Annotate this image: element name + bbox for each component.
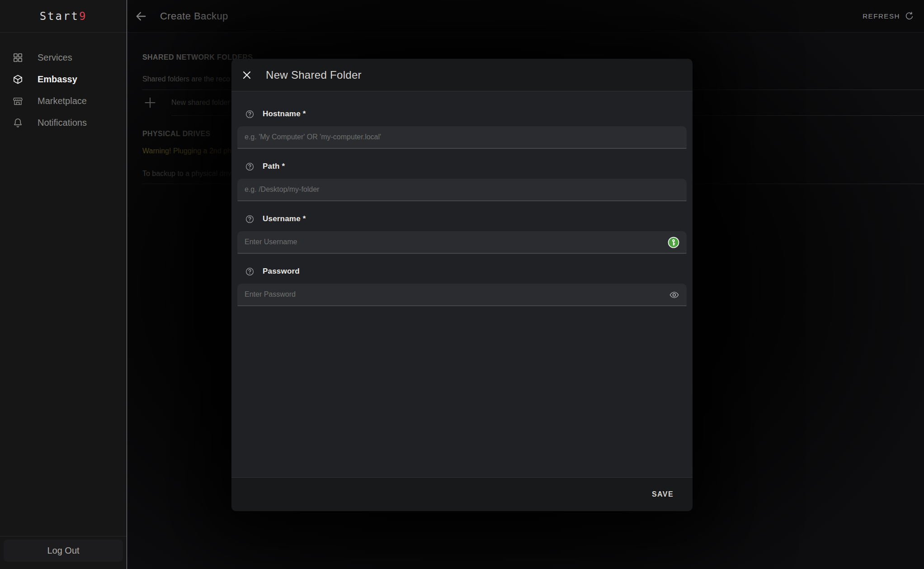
modal-title: New Shared Folder — [266, 69, 362, 81]
sidebar-item-label: Services — [38, 52, 72, 63]
password-manager-key-icon[interactable] — [668, 237, 679, 248]
brand-prefix: Start — [40, 10, 79, 23]
sidebar: Start9 Services Embassy Marketplace — [0, 0, 127, 569]
username-label: Username * — [263, 214, 306, 223]
sidebar-item-label: Marketplace — [38, 96, 87, 106]
storefront-icon — [13, 96, 23, 106]
hostname-field-group: Hostname * — [237, 108, 687, 149]
grid-icon — [13, 52, 23, 63]
logout-label: Log Out — [47, 545, 79, 556]
hostname-input[interactable] — [237, 126, 687, 149]
path-field-group: Path * — [237, 161, 687, 201]
path-input[interactable] — [237, 179, 687, 201]
sidebar-item-label: Notifications — [38, 118, 87, 128]
app-root: Start9 Services Embassy Marketplace — [0, 0, 924, 569]
close-icon — [241, 70, 252, 81]
help-icon[interactable] — [245, 267, 255, 276]
modal-header: New Shared Folder — [231, 59, 693, 91]
brand-logo: Start9 — [0, 0, 127, 33]
help-icon[interactable] — [245, 109, 255, 119]
hostname-label: Hostname * — [263, 109, 306, 119]
sidebar-nav: Services Embassy Marketplace Notificatio… — [0, 33, 127, 536]
sidebar-item-services[interactable]: Services — [0, 47, 127, 68]
sidebar-item-marketplace[interactable]: Marketplace — [0, 90, 127, 112]
username-field-group: Username * — [237, 213, 687, 254]
username-input[interactable] — [237, 231, 687, 254]
password-input[interactable] — [237, 284, 687, 306]
sidebar-item-notifications[interactable]: Notifications — [0, 112, 127, 133]
close-button[interactable] — [241, 70, 252, 81]
cube-icon — [13, 74, 23, 85]
bell-icon — [13, 118, 23, 128]
path-label: Path * — [263, 162, 285, 171]
new-shared-folder-modal: New Shared Folder Hostname * — [231, 59, 693, 511]
modal-footer: SAVE — [231, 477, 693, 511]
password-field-group: Password — [237, 266, 687, 306]
save-button[interactable]: SAVE — [646, 486, 680, 503]
help-icon[interactable] — [245, 162, 255, 171]
brand-suffix: 9 — [79, 10, 87, 23]
show-password-eye-icon[interactable] — [669, 290, 679, 300]
password-label: Password — [263, 267, 300, 276]
help-icon[interactable] — [245, 214, 255, 224]
modal-body: Hostname * Path * — [231, 91, 693, 477]
logout-button[interactable]: Log Out — [4, 540, 123, 562]
sidebar-footer: Log Out — [0, 536, 127, 569]
sidebar-item-label: Embassy — [38, 74, 77, 85]
sidebar-item-embassy[interactable]: Embassy — [0, 68, 127, 90]
